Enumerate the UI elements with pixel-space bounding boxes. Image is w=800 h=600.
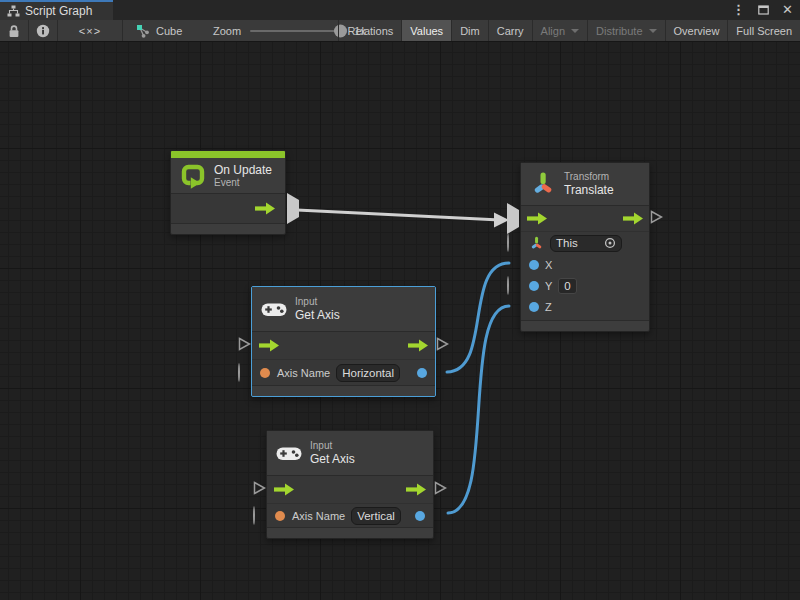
node-footer <box>252 385 435 396</box>
gamepad-icon <box>276 445 302 462</box>
dropdown-caret-icon <box>571 29 579 33</box>
on-update-header: On Update Event <box>171 158 285 194</box>
object-picker-icon[interactable] <box>604 237 616 249</box>
flow-input-stub[interactable] <box>253 481 266 499</box>
this-field-value: This <box>556 236 578 250</box>
flow-output-stub-connected[interactable] <box>287 200 299 218</box>
node-category: Transform <box>564 171 614 183</box>
align-button[interactable]: Align <box>532 20 587 41</box>
on-update-loop-icon <box>180 162 206 189</box>
node-category: Input <box>295 296 340 308</box>
info-icon <box>36 24 50 38</box>
zoom-slider[interactable] <box>250 30 345 32</box>
flow-output-port-icon[interactable] <box>255 202 275 215</box>
axis-name-port-icon[interactable] <box>260 368 270 378</box>
flow-output-port-icon[interactable] <box>406 483 426 496</box>
overview-button[interactable]: Overview <box>665 20 728 41</box>
lock-button[interactable] <box>0 20 29 41</box>
wire-vertical-to-z[interactable] <box>448 306 509 513</box>
axis-name-input-stub[interactable] <box>238 364 240 382</box>
flow-input-port-icon[interactable] <box>274 483 294 496</box>
edit-unit-button[interactable]: <×> <box>58 20 123 41</box>
dropdown-caret-icon <box>649 29 657 33</box>
event-accent-bar <box>171 151 285 158</box>
x-port-icon[interactable] <box>529 260 539 270</box>
axis-name-port-icon[interactable] <box>275 511 285 521</box>
y-port-icon[interactable] <box>529 281 539 291</box>
z-port-icon[interactable] <box>529 302 539 312</box>
y-value-field[interactable]: 0 <box>558 278 576 294</box>
flow-output-row <box>171 194 285 223</box>
wire-horizontal-to-x[interactable] <box>447 263 509 372</box>
script-graph-window: Script Graph ⋮ ✕ <box>0 0 800 600</box>
distribute-button[interactable]: Distribute <box>587 20 664 41</box>
node-title: Get Axis <box>295 308 340 322</box>
wire-flow-onupdate-to-translate[interactable] <box>297 210 500 220</box>
flow-output-port-icon[interactable] <box>408 339 428 352</box>
node-get-axis-horizontal[interactable]: Input Get Axis <box>251 286 436 397</box>
x-port-label: X <box>545 259 552 271</box>
tab-script-graph[interactable]: Script Graph <box>0 0 113 20</box>
relations-button[interactable]: Relations <box>338 20 401 41</box>
translate-header: Transform Translate <box>521 163 649 206</box>
y-input-stub[interactable] <box>507 277 509 295</box>
y-port-row: Y 0 <box>521 275 649 296</box>
flow-input-stub[interactable] <box>238 337 251 355</box>
axis-name-row: Axis Name Vertical <box>267 504 433 527</box>
hollow-triangle-icon <box>434 481 447 495</box>
result-port-icon[interactable] <box>415 511 425 521</box>
axis-name-field[interactable]: Horizontal <box>336 364 400 382</box>
node-get-axis-vertical[interactable]: Input Get Axis <box>266 430 434 539</box>
graph-reference-label: Cube <box>156 25 182 37</box>
graph-canvas[interactable]: On Update Event Transf <box>0 42 800 600</box>
node-category: Input <box>310 440 355 452</box>
code-icon: <×> <box>79 25 101 37</box>
axis-name-field[interactable]: Vertical <box>351 507 401 525</box>
node-title: On Update <box>214 163 272 177</box>
hollow-triangle-icon <box>650 210 663 224</box>
window-controls: ⋮ ✕ <box>732 0 793 20</box>
flow-output-port-icon[interactable] <box>623 212 643 225</box>
x-port-row: X <box>521 254 649 275</box>
graph-reference-button[interactable]: Cube <box>130 20 188 41</box>
node-title: Translate <box>564 183 614 197</box>
flow-input-stub-connected[interactable] <box>507 210 519 228</box>
flow-input-port-icon[interactable] <box>527 212 547 225</box>
flow-row <box>267 476 433 504</box>
align-label: Align <box>541 25 565 37</box>
node-subtitle: Event <box>214 177 272 189</box>
carry-button[interactable]: Carry <box>488 20 532 41</box>
close-icon[interactable]: ✕ <box>782 0 793 20</box>
z-port-row: Z <box>521 296 649 317</box>
flow-input-port-icon[interactable] <box>259 339 279 352</box>
gamepad-icon <box>261 301 287 318</box>
flow-row <box>252 332 435 360</box>
lock-icon <box>8 24 20 38</box>
menu-icon[interactable]: ⋮ <box>732 0 745 20</box>
maximize-icon[interactable] <box>758 5 769 15</box>
axis-name-input-stub[interactable] <box>253 507 255 525</box>
dim-button[interactable]: Dim <box>451 20 488 41</box>
flow-row <box>521 206 649 232</box>
y-port-label: Y <box>545 280 552 292</box>
active-tab-accent <box>0 0 113 2</box>
graph-reference-icon <box>136 24 150 38</box>
node-translate[interactable]: Transform Translate <box>520 162 650 332</box>
get-axis-header: Input Get Axis <box>267 431 433 476</box>
axis-name-row: Axis Name Horizontal <box>252 360 435 385</box>
values-button[interactable]: Values <box>401 20 451 41</box>
this-object-field[interactable]: This <box>550 235 622 252</box>
axis-name-label: Axis Name <box>277 367 330 379</box>
flow-output-stub[interactable] <box>434 481 447 499</box>
graph-toolbar: <×> Cube Zoom 1x Relations Values Dim <box>0 20 800 42</box>
get-axis-header: Input Get Axis <box>252 287 435 332</box>
result-port-icon[interactable] <box>417 368 427 378</box>
node-footer <box>267 527 433 538</box>
info-button[interactable] <box>29 20 58 41</box>
flow-output-stub[interactable] <box>436 337 449 355</box>
flow-output-stub[interactable] <box>650 210 663 228</box>
node-on-update[interactable]: On Update Event <box>170 150 286 235</box>
full-screen-button[interactable]: Full Screen <box>727 20 800 41</box>
node-footer <box>521 320 649 331</box>
this-input-stub[interactable] <box>507 234 509 252</box>
